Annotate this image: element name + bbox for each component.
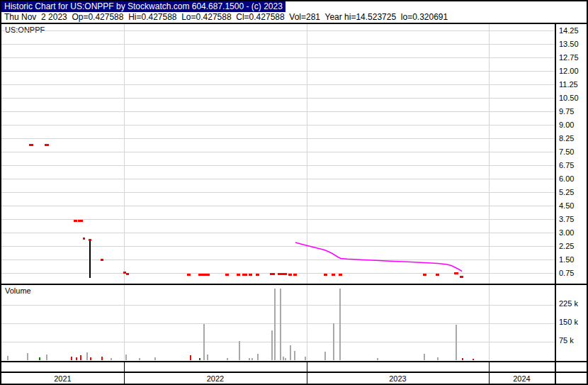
price-tick-mark [436,274,439,276]
price-tick-mark [237,274,240,276]
volume-bar [76,357,77,360]
volume-bar [203,324,205,360]
volume-bar [294,351,295,360]
price-tick-mark [187,274,191,276]
price-gridline [1,152,555,152]
price-tick-mark [249,274,252,276]
volume-bar [339,289,341,360]
year-gridline [489,24,490,360]
volume-bar [80,355,81,360]
price-gridline [1,192,555,193]
volume-gridline [1,342,555,342]
volume-bar [154,357,156,360]
price-axis-label: 6.00 [559,174,586,184]
chart-title-bar: Historic Chart for US:ONPPF by Stockwatc… [1,1,285,12]
price-tick-mark [126,273,129,275]
volume-bar [46,355,47,360]
volume-bar [39,357,40,360]
volume-gridline [1,305,555,306]
price-axis-label: 12.00 [559,66,586,76]
price-axis-label: 14.25 [559,26,586,35]
quote-info-line: Thu Nov 2 2023 Op=0.427588 Hi=0.427588 L… [1,12,451,23]
year-label: 2024 [489,374,555,384]
volume-bar [280,289,281,360]
price-tick-mark [324,274,327,276]
volume-panel-label: Volume [5,286,31,295]
volume-bar [283,357,284,360]
frame-hline [0,372,588,373]
price-gridline [1,30,555,31]
volume-gridline [1,323,555,324]
volume-bar [27,353,28,360]
price-gridline [1,138,555,139]
volume-bar [324,352,326,360]
volume-bar [71,357,72,360]
price-gridline [1,260,555,260]
price-tick-mark [242,274,247,276]
volume-bar [424,354,425,360]
price-gridline [1,233,555,233]
price-axis-label: 2.25 [559,241,586,251]
chart-canvas: Historic Chart for US:ONPPF by Stockwatc… [0,0,588,385]
volume-bar [377,358,378,360]
price-tick-mark [78,220,83,222]
frame-hline [0,284,588,285]
price-range-bar [89,240,91,278]
volume-bar [333,323,334,360]
price-gridline [1,125,555,125]
price-gridline [1,84,555,85]
volume-bar [190,355,191,360]
price-axis-label: 9.00 [559,120,586,130]
price-gridline [1,71,555,72]
year-label: 2022 [124,374,307,384]
volume-bar [125,355,127,360]
volume-bar [90,357,91,360]
price-tick-mark [101,259,103,261]
year-label: 2021 [1,374,124,384]
price-gridline [1,206,555,206]
year-gridline [307,24,307,360]
volume-bar [305,357,306,360]
frame-hline [0,0,588,1]
price-axis-label: 11.25 [559,79,586,89]
volume-bar [239,341,240,360]
volume-bar [257,354,259,360]
price-axis-label: 1.50 [559,255,586,264]
frame-hline [0,361,588,362]
price-axis-label: 13.50 [559,39,586,49]
frame-hline [0,23,588,24]
year-gridline [124,24,125,360]
price-gridline [1,98,555,99]
price-tick-mark [256,274,259,276]
volume-axis-label: 150 k [559,317,586,327]
price-axis-label: 0.75 [559,268,586,278]
symbol-label: US:ONPPF [5,26,45,34]
price-axis-label: 12.75 [559,52,586,62]
price-tick-mark [283,273,287,275]
price-tick-mark [45,144,49,146]
price-axis-label: 8.25 [559,133,586,143]
price-tick-mark [454,272,458,274]
price-tick-mark [270,273,275,275]
volume-bar [462,358,463,360]
ma-line [295,242,462,272]
price-tick-mark [207,274,210,276]
price-gridline [1,219,555,220]
price-tick-mark [460,276,463,278]
volume-bar [437,357,439,360]
price-gridline [1,165,555,166]
price-gridline [1,44,555,45]
price-tick-mark [293,274,297,276]
price-gridline [1,57,555,58]
price-gridline [1,111,555,112]
volume-bar [199,358,200,360]
volume-bar [86,352,88,360]
volume-bar [285,358,286,360]
volume-bar [249,358,250,360]
volume-bar [207,355,208,360]
price-tick-mark [423,274,426,276]
price-tick-mark [83,238,85,240]
price-tick-mark [74,220,77,222]
volume-bar [251,358,253,360]
price-axis-label: 5.25 [559,187,586,197]
